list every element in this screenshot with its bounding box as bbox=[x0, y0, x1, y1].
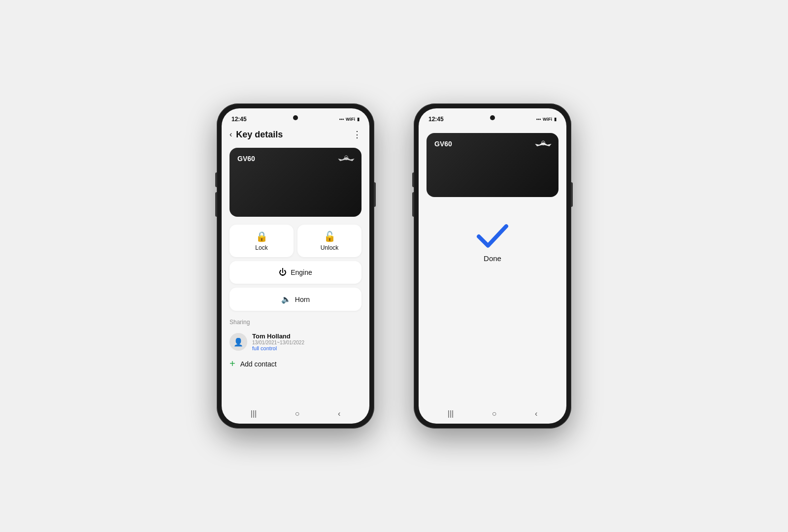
power-button-2[interactable] bbox=[571, 182, 573, 207]
engine-label: Engine bbox=[291, 268, 312, 276]
avatar: 👤 bbox=[230, 333, 247, 351]
phone-1: 12:45 ▪▪▪ WiFi ▮ ‹ Key details ⋮ GV60 bbox=[217, 103, 374, 429]
done-screen: GV60 Done bbox=[419, 125, 566, 270]
signal-icon-2: ▪▪▪ bbox=[536, 117, 541, 122]
nav-menu-icon[interactable]: ||| bbox=[251, 409, 257, 418]
nav-home-icon[interactable]: ○ bbox=[295, 409, 300, 418]
volume-up-button[interactable] bbox=[215, 172, 217, 187]
engine-button[interactable]: ⏻ Engine bbox=[230, 261, 361, 284]
sharing-section: Sharing 👤 Tom Holland 13/01/2021~13/01/2… bbox=[222, 315, 369, 377]
engine-icon: ⏻ bbox=[279, 268, 287, 277]
contact-name: Tom Holland bbox=[252, 332, 304, 340]
phone-2-screen: 12:45 ▪▪▪ WiFi ▮ GV60 bbox=[419, 108, 566, 424]
more-options-icon[interactable]: ⋮ bbox=[353, 129, 361, 140]
unlock-button[interactable]: 🔓 Unlock bbox=[297, 225, 361, 257]
car-model-label: GV60 bbox=[237, 155, 255, 163]
car-card-2: GV60 bbox=[427, 133, 558, 197]
volume-up-button-2[interactable] bbox=[412, 172, 414, 187]
phone-1-screen: 12:45 ▪▪▪ WiFi ▮ ‹ Key details ⋮ GV60 bbox=[222, 108, 369, 424]
phone-2: 12:45 ▪▪▪ WiFi ▮ GV60 bbox=[414, 103, 571, 429]
car-card: GV60 bbox=[230, 148, 361, 217]
add-contact-label: Add contact bbox=[240, 360, 277, 368]
volume-down-button[interactable] bbox=[215, 192, 217, 217]
person-icon: 👤 bbox=[233, 337, 243, 347]
add-contact-button[interactable]: + Add contact bbox=[230, 354, 361, 373]
contact-row: 👤 Tom Holland 13/01/2021~13/01/2022 full… bbox=[230, 330, 361, 354]
wifi-icon: WiFi bbox=[346, 117, 355, 122]
lock-unlock-row: 🔒 Lock 🔓 Unlock bbox=[230, 225, 361, 257]
battery-icon: ▮ bbox=[357, 117, 360, 122]
signal-icon: ▪▪▪ bbox=[339, 117, 344, 122]
status-time: 12:45 bbox=[231, 116, 247, 123]
battery-icon-2: ▮ bbox=[554, 117, 557, 122]
nav-back-icon-2[interactable]: ‹ bbox=[535, 409, 537, 418]
bottom-nav-2: ||| ○ ‹ bbox=[419, 404, 566, 424]
horn-button[interactable]: 🔈 Horn bbox=[230, 288, 361, 311]
page-title: Key details bbox=[236, 130, 349, 140]
nav-back-icon[interactable]: ‹ bbox=[338, 409, 340, 418]
top-bar: ‹ Key details ⋮ bbox=[222, 125, 369, 144]
wifi-icon-2: WiFi bbox=[543, 117, 552, 122]
done-label: Done bbox=[484, 254, 501, 263]
camera-2 bbox=[490, 115, 495, 120]
genesis-logo-2 bbox=[531, 139, 551, 149]
checkmark-icon bbox=[475, 222, 510, 250]
car-model-label-2: GV60 bbox=[434, 140, 452, 148]
unlock-label: Unlock bbox=[321, 244, 339, 251]
status-time-2: 12:45 bbox=[428, 116, 444, 123]
contact-dates: 13/01/2021~13/01/2022 bbox=[252, 340, 304, 345]
genesis-logo-svg bbox=[334, 154, 359, 166]
contact-permission[interactable]: full control bbox=[252, 345, 304, 351]
lock-icon: 🔒 bbox=[256, 231, 268, 242]
bottom-nav: ||| ○ ‹ bbox=[222, 404, 369, 424]
plus-icon: + bbox=[230, 358, 235, 369]
lock-button[interactable]: 🔒 Lock bbox=[230, 225, 294, 257]
screen-content-2: GV60 Done bbox=[419, 125, 566, 424]
status-icons-2: ▪▪▪ WiFi ▮ bbox=[536, 117, 557, 122]
lock-label: Lock bbox=[255, 244, 267, 251]
status-icons: ▪▪▪ WiFi ▮ bbox=[339, 117, 360, 122]
done-area: Done bbox=[475, 222, 510, 263]
volume-down-button-2[interactable] bbox=[412, 192, 414, 217]
sharing-label: Sharing bbox=[230, 319, 361, 326]
horn-icon: 🔈 bbox=[281, 295, 291, 304]
controls-area: 🔒 Lock 🔓 Unlock ⏻ Engine 🔈 Horn bbox=[222, 221, 369, 315]
nav-home-icon-2[interactable]: ○ bbox=[492, 409, 497, 418]
genesis-logo-svg-2 bbox=[531, 139, 556, 151]
unlock-icon: 🔓 bbox=[324, 231, 336, 242]
back-button[interactable]: ‹ bbox=[230, 130, 232, 139]
camera bbox=[293, 115, 298, 120]
horn-label: Horn bbox=[295, 296, 310, 303]
screen-content: ‹ Key details ⋮ GV60 bbox=[222, 125, 369, 424]
power-button[interactable] bbox=[374, 182, 376, 207]
genesis-logo bbox=[334, 154, 354, 164]
contact-info: Tom Holland 13/01/2021~13/01/2022 full c… bbox=[252, 332, 304, 351]
nav-menu-icon-2[interactable]: ||| bbox=[448, 409, 454, 418]
